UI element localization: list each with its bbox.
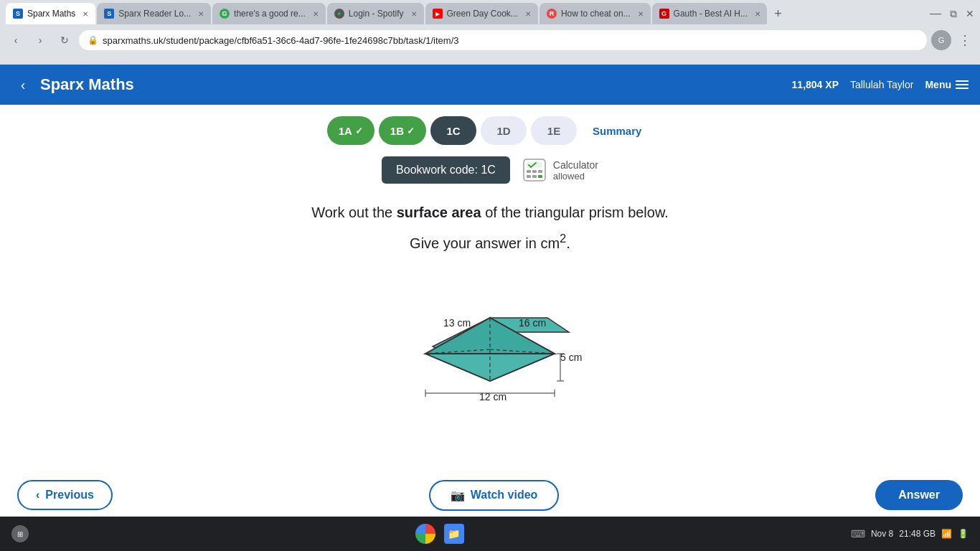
wifi-icon: 📶: [941, 529, 952, 539]
minimize-button[interactable]: —: [930, 7, 941, 20]
tab-1a[interactable]: 1A ✓: [327, 116, 374, 145]
tab-reddit[interactable]: R How to cheat on... ✕: [540, 3, 651, 24]
question-units: Give your answer in cm2.: [410, 230, 570, 255]
bookwork-row: Bookwork code: 1C Calculator allowed: [382, 156, 598, 184]
svg-rect-2: [527, 170, 531, 173]
tab-close-google[interactable]: ✕: [313, 10, 319, 18]
tab-gauth[interactable]: G Gauth - Best AI H... ✕: [652, 3, 767, 24]
svg-text:12 cm: 12 cm: [479, 391, 507, 402]
tab-summary[interactable]: Summary: [581, 116, 653, 145]
app-header: ‹ Sparx Maths 11,804 XP Tallulah Taylor …: [0, 65, 980, 105]
taskbar-center: 📁: [415, 524, 464, 544]
tab-close-reader[interactable]: ✕: [198, 10, 204, 18]
reload-button[interactable]: ↻: [55, 30, 75, 50]
tab-youtube[interactable]: ▶ Green Day Cook... ✕: [425, 3, 538, 24]
taskbar-app-button[interactable]: ⊞: [11, 525, 29, 542]
tab-close-gauth[interactable]: ✕: [755, 10, 760, 18]
back-nav-button[interactable]: ‹: [11, 73, 34, 96]
prism-diagram: 13 cm 16 cm 5 cm 12 cm: [375, 275, 605, 421]
taskbar: ⊞ 📁 ⌨ Nov 8 21:48 GB 📶 🔋: [0, 517, 980, 551]
svg-text:13 cm: 13 cm: [443, 317, 471, 329]
browser-menu-button[interactable]: ⋮: [956, 32, 974, 48]
tab-1d[interactable]: 1D: [481, 116, 527, 145]
tab-spotify[interactable]: ● Login - Spotify ✕: [327, 3, 424, 24]
tab-1c[interactable]: 1C: [430, 116, 476, 145]
browser-chrome: S Sparx Maths ✕ S Sparx Reader Lo... ✕ G…: [0, 0, 980, 65]
previous-button[interactable]: ‹ Previous: [17, 480, 113, 510]
calculator-badge: Calculator allowed: [522, 157, 598, 183]
tab-google[interactable]: G there's a good re... ✕: [212, 3, 326, 24]
tab-close-sparx[interactable]: ✕: [83, 10, 88, 18]
tab-1b[interactable]: 1B ✓: [379, 116, 426, 145]
tab-close-youtube[interactable]: ✕: [525, 10, 531, 18]
taskbar-left: ⊞: [11, 525, 29, 542]
forward-button[interactable]: ›: [30, 30, 50, 50]
checkmark-1b: ✓: [407, 126, 415, 136]
back-button[interactable]: ‹: [6, 30, 26, 50]
window-controls: — ⧉ ✕: [930, 7, 974, 20]
watch-video-button[interactable]: 📷 Watch video: [429, 480, 560, 511]
checkmark-1a: ✓: [355, 126, 363, 136]
svg-text:16 cm: 16 cm: [519, 317, 546, 329]
restore-button[interactable]: ⧉: [950, 8, 957, 20]
tab-1e[interactable]: 1E: [531, 116, 577, 145]
svg-text:5 cm: 5 cm: [560, 352, 582, 363]
svg-rect-5: [527, 175, 531, 178]
address-bar: ‹ › ↻ 🔒 sparxmaths.uk/student/package/cf…: [0, 27, 980, 53]
battery-icon: 🔋: [958, 529, 969, 539]
calculator-text: Calculator allowed: [553, 159, 598, 182]
profile-button[interactable]: G: [931, 30, 951, 50]
close-window-button[interactable]: ✕: [966, 8, 974, 19]
answer-button[interactable]: Answer: [875, 480, 963, 510]
header-right: 11,804 XP Tallulah Taylor Menu: [792, 79, 969, 90]
chrome-taskbar-icon[interactable]: [415, 524, 435, 544]
svg-rect-3: [532, 170, 537, 173]
svg-rect-4: [538, 170, 542, 173]
app-logo: Sparx Maths: [40, 75, 134, 94]
time-display: 21:48 GB: [899, 529, 936, 539]
tab-sparx-reader[interactable]: S Sparx Reader Lo... ✕: [97, 3, 211, 24]
bottom-bar: ‹ Previous 📷 Watch video Answer: [0, 474, 980, 517]
keyboard-icon: ⌨: [851, 528, 865, 540]
chevron-left-icon: ‹: [36, 489, 39, 501]
url-input[interactable]: 🔒 sparxmaths.uk/student/package/cfbf6a51…: [79, 30, 927, 50]
prism-svg: 13 cm 16 cm 5 cm 12 cm: [375, 275, 605, 418]
bookwork-code: Bookwork code: 1C: [382, 156, 510, 184]
svg-rect-7: [538, 175, 542, 178]
hamburger-icon: [956, 80, 969, 89]
svg-rect-6: [532, 175, 537, 178]
calculator-icon: [522, 157, 547, 183]
tab-close-spotify[interactable]: ✕: [411, 10, 417, 18]
user-name: Tallulah Taylor: [850, 79, 913, 90]
tab-sparx-maths[interactable]: S Sparx Maths ✕: [6, 3, 95, 24]
date-display: Nov 8: [871, 529, 893, 539]
tab-close-reddit[interactable]: ✕: [638, 10, 644, 18]
files-taskbar-icon[interactable]: 📁: [444, 524, 464, 544]
task-tabs: 1A ✓ 1B ✓ 1C 1D 1E Summary: [327, 116, 654, 145]
video-camera-icon: 📷: [451, 489, 465, 502]
xp-display: 11,804 XP: [792, 79, 839, 90]
question-text: Work out the surface area of the triangu…: [311, 201, 669, 224]
taskbar-right: ⌨ Nov 8 21:48 GB 📶 🔋: [851, 528, 969, 540]
menu-button[interactable]: Menu: [925, 79, 969, 90]
tab-bar: S Sparx Maths ✕ S Sparx Reader Lo... ✕ G…: [0, 0, 980, 27]
new-tab-button[interactable]: +: [768, 4, 788, 24]
